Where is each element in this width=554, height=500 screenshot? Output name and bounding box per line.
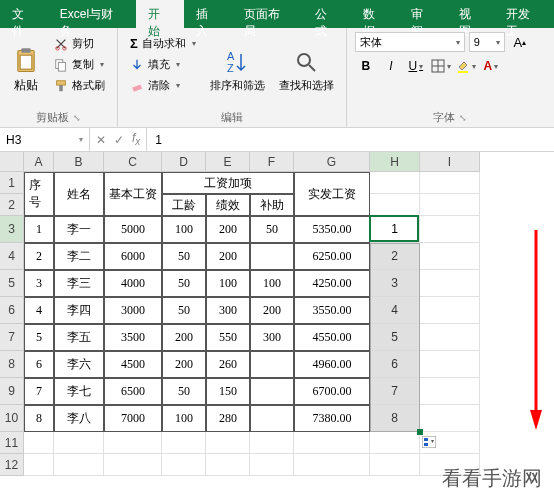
cell[interactable]: 200 xyxy=(206,216,250,243)
row-header-3[interactable]: 3 xyxy=(0,216,24,243)
cell[interactable]: 200 xyxy=(162,351,206,378)
cell[interactable]: 8 xyxy=(24,405,54,432)
cell[interactable]: 4550.00 xyxy=(294,324,370,351)
cell[interactable] xyxy=(370,454,420,476)
cell[interactable]: 3 xyxy=(24,270,54,297)
row-header-1[interactable]: 1 xyxy=(0,172,24,194)
cell[interactable]: 7000 xyxy=(104,405,162,432)
cell[interactable]: 4000 xyxy=(104,270,162,297)
cell[interactable]: 8 xyxy=(370,405,420,432)
cell[interactable]: 5000 xyxy=(104,216,162,243)
cell[interactable]: 李三 xyxy=(54,270,104,297)
fill-handle[interactable] xyxy=(417,429,423,435)
cell[interactable] xyxy=(420,324,480,351)
cell[interactable]: 5 xyxy=(370,324,420,351)
cell[interactable]: 李二 xyxy=(54,243,104,270)
cell[interactable] xyxy=(370,432,420,454)
cancel-icon[interactable]: ✕ xyxy=(96,133,106,147)
cell[interactable]: 300 xyxy=(250,324,294,351)
cell[interactable]: 实发工资 xyxy=(294,172,370,216)
cell[interactable]: 4 xyxy=(24,297,54,324)
menu-tab-9[interactable]: 开发工 xyxy=(494,0,554,28)
menu-tab-5[interactable]: 公式 xyxy=(303,0,351,28)
cell[interactable]: 李五 xyxy=(54,324,104,351)
cell[interactable] xyxy=(250,378,294,405)
column-header-B[interactable]: B xyxy=(54,152,104,172)
formula-input[interactable]: 1 xyxy=(147,128,554,151)
cell[interactable]: 200 xyxy=(250,297,294,324)
cell[interactable]: 550 xyxy=(206,324,250,351)
cell[interactable]: 4500 xyxy=(104,351,162,378)
copy-button[interactable]: 复制▾ xyxy=(50,55,109,74)
row-header-4[interactable]: 4 xyxy=(0,243,24,270)
menu-tab-8[interactable]: 视图 xyxy=(447,0,495,28)
cell[interactable]: 6700.00 xyxy=(294,378,370,405)
column-header-E[interactable]: E xyxy=(206,152,250,172)
cell[interactable]: 100 xyxy=(250,270,294,297)
autofill-options-icon[interactable] xyxy=(422,436,436,448)
cell[interactable]: 100 xyxy=(162,405,206,432)
row-header-8[interactable]: 8 xyxy=(0,351,24,378)
cell[interactable] xyxy=(420,351,480,378)
menu-tab-3[interactable]: 插入 xyxy=(184,0,232,28)
cell[interactable]: 3000 xyxy=(104,297,162,324)
cell[interactable]: 1 xyxy=(370,216,420,243)
autosum-button[interactable]: Σ 自动求和▾ xyxy=(126,34,200,53)
cell[interactable]: 6 xyxy=(24,351,54,378)
find-select-button[interactable]: 查找和选择 xyxy=(275,32,338,108)
underline-button[interactable]: U▾ xyxy=(405,56,427,76)
cell[interactable]: 工资加项 xyxy=(162,172,294,194)
cell[interactable]: 5350.00 xyxy=(294,216,370,243)
cell[interactable]: 补助 xyxy=(250,194,294,216)
cell[interactable]: 李七 xyxy=(54,378,104,405)
chevron-down-icon[interactable]: ▾ xyxy=(192,39,196,48)
menu-tab-7[interactable]: 审阅 xyxy=(399,0,447,28)
cell[interactable] xyxy=(420,216,480,243)
cell[interactable]: 3500 xyxy=(104,324,162,351)
cell[interactable] xyxy=(250,243,294,270)
cell[interactable]: 姓名 xyxy=(54,172,104,216)
cell[interactable]: 2 xyxy=(24,243,54,270)
cell[interactable]: 6250.00 xyxy=(294,243,370,270)
cell[interactable]: 李四 xyxy=(54,297,104,324)
cell[interactable]: 150 xyxy=(206,378,250,405)
select-all-corner[interactable] xyxy=(0,152,24,172)
fill-button[interactable]: 填充▾ xyxy=(126,55,200,74)
cell[interactable] xyxy=(24,454,54,476)
row-header-6[interactable]: 6 xyxy=(0,297,24,324)
menu-tab-4[interactable]: 页面布局 xyxy=(232,0,304,28)
chevron-down-icon[interactable]: ▾ xyxy=(176,81,180,90)
cell[interactable] xyxy=(250,432,294,454)
cell[interactable]: 7 xyxy=(370,378,420,405)
menu-tab-1[interactable]: Excel与财务 xyxy=(48,0,137,28)
cell[interactable] xyxy=(294,432,370,454)
cell[interactable]: 260 xyxy=(206,351,250,378)
column-header-D[interactable]: D xyxy=(162,152,206,172)
chevron-down-icon[interactable]: ▾ xyxy=(100,60,104,69)
cell[interactable]: 2 xyxy=(370,243,420,270)
cell[interactable] xyxy=(162,454,206,476)
cell[interactable]: 50 xyxy=(162,297,206,324)
menu-tab-2[interactable]: 开始 xyxy=(136,0,184,28)
cell[interactable] xyxy=(250,454,294,476)
menu-tab-0[interactable]: 文件 xyxy=(0,0,48,28)
cell[interactable] xyxy=(420,378,480,405)
italic-button[interactable]: I xyxy=(380,56,402,76)
cell[interactable]: 3 xyxy=(370,270,420,297)
cell[interactable] xyxy=(250,351,294,378)
cell[interactable]: 50 xyxy=(162,243,206,270)
cell[interactable]: 4 xyxy=(370,297,420,324)
row-header-12[interactable]: 12 xyxy=(0,454,24,476)
cell[interactable]: 50 xyxy=(162,270,206,297)
cut-button[interactable]: 剪切 xyxy=(50,34,109,53)
sort-filter-button[interactable]: AZ 排序和筛选 xyxy=(206,32,269,108)
cell[interactable]: 5 xyxy=(24,324,54,351)
column-header-H[interactable]: H xyxy=(370,152,420,172)
cell[interactable] xyxy=(104,432,162,454)
border-button[interactable]: ▾ xyxy=(430,56,452,76)
cell[interactable] xyxy=(370,194,420,216)
cell[interactable] xyxy=(250,405,294,432)
cell[interactable]: 7 xyxy=(24,378,54,405)
cell[interactable] xyxy=(420,194,480,216)
cell[interactable]: 序号 xyxy=(24,172,54,216)
